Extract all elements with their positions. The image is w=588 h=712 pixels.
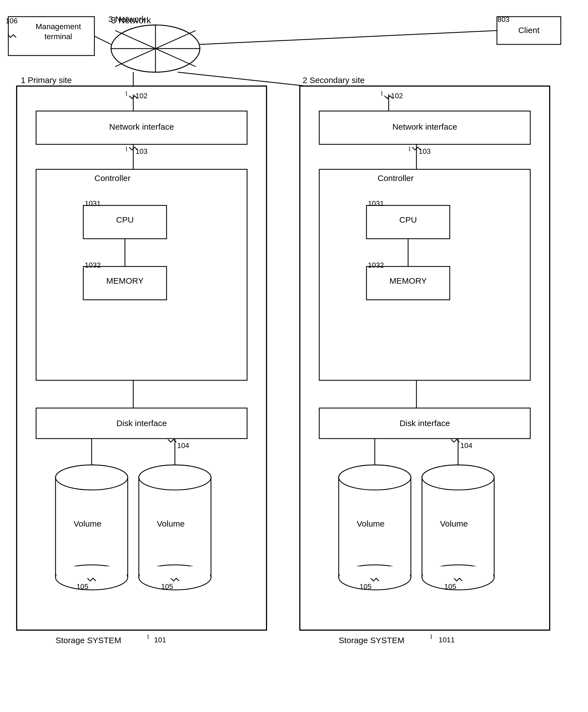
primary-system-ref: 101 [154, 636, 166, 644]
secondary-storage-system-label: Storage SYSTEM [339, 636, 404, 645]
network-text: 3 Network [108, 15, 146, 24]
primary-bus-zigzag: ⌇ [125, 146, 128, 153]
svg-rect-54 [423, 566, 493, 578]
primary-site-label: 1 Primary site [21, 76, 71, 85]
secondary-disk-ref: 104 [460, 441, 472, 450]
primary-vol2-ref: 105 [161, 582, 173, 591]
primary-volume1-label: Volume [74, 519, 101, 528]
management-terminal-ref: 106 [5, 17, 18, 25]
primary-vol1-ref: 105 [76, 582, 88, 591]
primary-network-interface-label: Network interface [36, 122, 247, 131]
primary-system-zigzag: ⌇ [147, 633, 150, 641]
primary-cpu-label: CPU [83, 215, 167, 225]
secondary-system-ref: 1011 [439, 636, 455, 644]
secondary-system-zigzag: ⌇ [430, 633, 433, 641]
svg-point-34 [139, 465, 211, 490]
secondary-ni-zigzag: ⌇ [380, 90, 383, 98]
diagram-svg [0, 0, 588, 712]
secondary-cpu-label: CPU [366, 215, 450, 225]
secondary-cpu-ref: 1031 [368, 199, 384, 208]
secondary-memory-label: MEMORY [366, 276, 450, 286]
secondary-volume1-label: Volume [357, 519, 384, 528]
primary-memory-label: MEMORY [83, 276, 167, 286]
svg-line-9 [200, 30, 497, 44]
svg-rect-28 [56, 566, 127, 578]
secondary-site-label: 2 Secondary site [302, 76, 364, 85]
client-ref: 803 [498, 15, 509, 24]
primary-storage-system-label: Storage SYSTEM [56, 636, 121, 645]
diagram: 3 Network Managementterminal 106 Client … [0, 0, 588, 712]
svg-point-55 [422, 465, 494, 490]
primary-controller-label: Controller [94, 173, 130, 183]
svg-point-29 [56, 465, 128, 490]
primary-bus-ref: 103 [135, 147, 147, 156]
management-terminal-label: Managementterminal [15, 22, 101, 42]
primary-memory-ref: 1032 [85, 261, 101, 270]
primary-ni-ref: 102 [135, 91, 147, 100]
primary-volume2-label: Volume [157, 519, 185, 528]
primary-disk-interface-label: Disk interface [36, 419, 247, 428]
secondary-volume2-label: Volume [440, 519, 468, 528]
svg-rect-49 [339, 566, 410, 578]
secondary-network-interface-label: Network interface [319, 122, 530, 131]
client-label: Client [497, 25, 561, 35]
secondary-vol1-ref: 105 [359, 582, 372, 591]
primary-disk-ref: 104 [177, 441, 189, 450]
secondary-memory-ref: 1032 [368, 261, 384, 270]
secondary-controller-label: Controller [378, 173, 414, 183]
secondary-bus-ref: 103 [419, 147, 430, 156]
secondary-bus-zigzag: ⌇ [408, 146, 411, 153]
svg-point-50 [339, 465, 411, 490]
secondary-vol2-ref: 105 [444, 582, 456, 591]
secondary-ni-ref: 102 [391, 91, 403, 100]
primary-cpu-ref: 1031 [85, 199, 101, 208]
svg-rect-33 [140, 566, 210, 578]
secondary-disk-interface-label: Disk interface [319, 419, 530, 428]
primary-ni-zigzag: ⌇ [125, 90, 128, 98]
